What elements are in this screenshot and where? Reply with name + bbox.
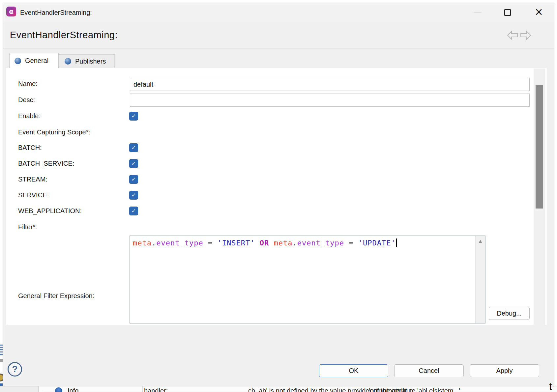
scope-checkbox-stream[interactable]: ✓ — [129, 175, 138, 184]
tab-publishers[interactable]: Publishers — [59, 54, 115, 68]
apply-button[interactable]: Apply — [470, 364, 539, 377]
maximize-icon — [504, 9, 511, 16]
name-input[interactable] — [130, 78, 530, 91]
filter-expression-editor[interactable]: meta.event_type = 'INSERT' OR meta.event… — [130, 236, 485, 323]
screen: Info handler: ch_ab' is not defined by t… — [0, 0, 557, 392]
scope-label: STREAM: — [18, 175, 47, 184]
filter-header-label: Filter*: — [18, 223, 37, 232]
scope-checkbox-web_application[interactable]: ✓ — [129, 207, 138, 215]
tab-label: Publishers — [75, 58, 106, 65]
text-caret — [396, 238, 397, 247]
desc-label: Desc: — [18, 96, 35, 104]
titlebar[interactable]: α EventHandlerStreaming: × — [3, 3, 554, 22]
scope-checkbox-batch[interactable]: ✓ — [129, 143, 138, 152]
window-title: EventHandlerStreaming: — [20, 3, 92, 22]
scroll-up-icon: ▲ — [476, 238, 485, 243]
code-token — [269, 239, 274, 247]
close-button[interactable]: × — [532, 3, 545, 22]
name-label: Name: — [18, 79, 38, 88]
code-token: event_type — [156, 239, 203, 247]
handler-label: handler: — [144, 387, 168, 392]
message-text: ch_ab' is not defined by the value provi… — [248, 387, 460, 392]
dialog-eventhandlerstreaming: α EventHandlerStreaming: × EventHandlerS… — [3, 3, 554, 386]
code-token: = — [203, 239, 218, 247]
tab-sphere-icon — [15, 58, 21, 64]
tab-sphere-icon — [65, 58, 71, 65]
code-token: meta — [274, 239, 292, 247]
filter-expression-label: General Filter Expression: — [18, 292, 94, 300]
minimize-icon — [474, 13, 482, 13]
scope-header-label: Event Capturing Scope*: — [18, 128, 90, 137]
filter-code: meta.event_type = 'INSERT' OR meta.event… — [133, 238, 397, 247]
forward-arrow-icon[interactable] — [520, 31, 531, 40]
ok-button[interactable]: OK — [319, 364, 388, 377]
cancel-button[interactable]: Cancel — [394, 364, 464, 377]
page-title: EventHandlerStreaming: — [10, 30, 118, 41]
app-icon: α — [6, 7, 16, 16]
help-button[interactable]: ? — [8, 362, 22, 377]
scope-label: BATCH_SERVICE: — [18, 159, 74, 168]
scope-checkbox-batch_service[interactable]: ✓ — [129, 159, 138, 168]
code-token: 'UPDATE' — [358, 239, 396, 247]
code-token: 'INSERT' — [217, 239, 255, 247]
background-window-row: Info handler: ch_ab' is not defined by t… — [0, 386, 557, 392]
code-token: event_type — [297, 239, 344, 247]
severity-label: Info — [68, 387, 78, 392]
help-icon: ? — [12, 365, 17, 374]
code-token: . — [152, 239, 156, 247]
back-arrow-icon[interactable] — [507, 31, 518, 40]
tab-general[interactable]: General — [9, 53, 59, 68]
desc-input[interactable] — [130, 94, 530, 107]
scrollbar-thumb[interactable] — [536, 85, 543, 209]
app-icon-letter: α — [9, 8, 14, 15]
code-token: meta — [133, 239, 152, 247]
code-token — [255, 239, 259, 247]
background-window-fragment-blue — [0, 383, 3, 386]
enable-label: Enable: — [18, 112, 41, 121]
scope-label: BATCH: — [18, 143, 42, 152]
content-scrollbar[interactable] — [534, 69, 545, 325]
background-window-text-fragment: t — [549, 381, 552, 392]
maximize-button[interactable] — [502, 3, 514, 22]
tab-label: General — [25, 57, 48, 65]
minimize-button[interactable] — [472, 3, 484, 22]
code-token: = — [344, 239, 358, 247]
enable-checkbox[interactable]: ✓ — [129, 112, 138, 121]
code-token: . — [292, 239, 297, 247]
scope-label: SERVICE: — [18, 191, 49, 200]
scope-checkbox-service[interactable]: ✓ — [129, 191, 138, 200]
scope-label: WEB_APPLICATION: — [18, 207, 82, 215]
code-token: OR — [260, 239, 269, 247]
dialog-header: EventHandlerStreaming: — [3, 22, 554, 48]
debug-button[interactable]: Debug... — [489, 307, 530, 320]
editor-scrollbar[interactable]: ▲ — [475, 236, 485, 323]
path-text: /outputoperat — [368, 387, 407, 392]
